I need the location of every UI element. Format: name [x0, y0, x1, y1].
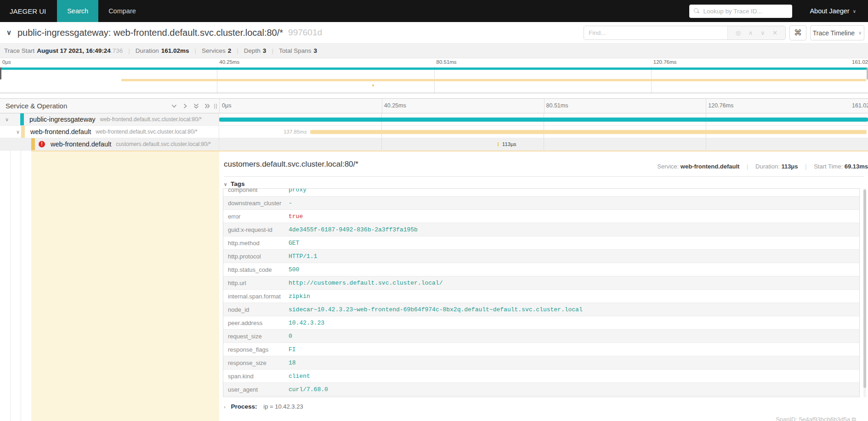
tag-key: peer.address [223, 320, 289, 326]
span-duration-label: 137.85ms [284, 129, 307, 135]
tag-value: 0 [289, 333, 292, 340]
column-resizer-handle[interactable] [214, 104, 217, 109]
expand-one-icon[interactable] [182, 103, 188, 109]
collapse-children-chevron-icon[interactable]: ∨ [15, 129, 21, 135]
tab-compare[interactable]: Compare [98, 0, 146, 22]
tag-row: response_size18 [223, 356, 859, 370]
collapse-one-icon[interactable] [171, 103, 177, 109]
span-timeline-cell[interactable]: 137.85ms [219, 126, 868, 138]
tick-label: 0μs [2, 59, 11, 65]
app-brand: JAEGER UI [0, 7, 57, 15]
service-operation-header: Service & Operation [6, 102, 67, 110]
start-time-label: Start Time: [814, 163, 843, 170]
timeline-gridline [382, 99, 382, 113]
span-name-cell[interactable]: ! web-frontend.default customers.default… [0, 138, 219, 150]
about-jaeger-label: About Jaeger [810, 7, 849, 15]
tag-key: internal.span.format [223, 293, 289, 300]
find-in-trace-group: ◎ ∧ ∨ ✕ [584, 26, 786, 40]
tags-section-label: Tags [231, 180, 245, 187]
minimap-canvas[interactable] [0, 67, 868, 93]
span-name-cell[interactable]: ∨ public-ingressgateway web-frontend.def… [0, 113, 219, 125]
tag-row: http.urlhttp://customers.default.svc.clu… [223, 276, 859, 290]
span-bar[interactable] [219, 118, 868, 122]
find-next-icon[interactable]: ∨ [760, 29, 765, 36]
tag-row: componentproxy [223, 188, 859, 196]
tag-value: HTTP/1.1 [289, 253, 317, 260]
tag-row: user_agentcurl/7.68.0 [223, 383, 859, 396]
service-name: web-frontend.default [51, 140, 111, 148]
tag-key: request_size [223, 333, 289, 340]
detail-scrollbar-track[interactable] [863, 188, 866, 397]
span-detail-summary: Service: web-frontend.default | Duration… [657, 163, 868, 170]
trace-id-lookup-placeholder: Lookup by Trace ID... [703, 8, 762, 15]
duration-label: Duration: [755, 163, 780, 170]
tag-value: 10.42.3.23 [289, 320, 324, 326]
tag-row: request_size0 [223, 330, 859, 343]
tag-row: guid:x-request-id4de3455f-6187-9492-836b… [223, 223, 859, 236]
shortcuts-button[interactable]: ⌘ [789, 25, 806, 40]
trace-id-lookup-input[interactable]: Lookup by Trace ID... [689, 5, 792, 18]
duration-value: 161.02ms [161, 47, 189, 54]
trace-start-fraction: .736 [111, 47, 123, 54]
trace-view-selector[interactable]: Trace Timeline ∨ [810, 25, 864, 40]
span-timeline-cell[interactable]: 113μs [219, 138, 868, 150]
trace-id-short: 997601d [288, 28, 322, 38]
tags-section-toggle[interactable]: ∨ Tags [224, 180, 245, 187]
service-color-stripe [20, 113, 24, 125]
tab-search[interactable]: Search [57, 0, 98, 22]
find-controls: ◎ ∧ ∨ ✕ [727, 26, 785, 39]
minimap-left-scrubber[interactable] [0, 67, 1, 79]
separator: | [237, 47, 238, 54]
tag-key: http.method [223, 240, 289, 247]
collapse-trace-chevron-icon[interactable]: ∨ [6, 28, 11, 37]
tick-label: 161.02ms [852, 59, 868, 65]
selected-span-indent-block [31, 152, 219, 421]
find-clear-icon[interactable]: ✕ [772, 29, 777, 36]
expand-all-icon[interactable] [204, 103, 210, 109]
tag-value: true [289, 213, 303, 220]
detail-scrollbar-thumb[interactable] [863, 190, 866, 388]
tags-table: componentproxydownstream_cluster-errortr… [223, 188, 860, 397]
tag-key: http.url [223, 280, 289, 286]
start-time-value: 69.13ms [845, 163, 868, 170]
span-name-cell[interactable]: ∨ web-frontend.default web-frontend.defa… [0, 126, 219, 138]
timeline-gridline [706, 99, 706, 113]
tag-value: sidecar~10.42.3.23~web-frontend-69b64f97… [289, 306, 583, 313]
find-input[interactable] [584, 26, 727, 39]
tag-value: 18 [289, 359, 296, 366]
span-row[interactable]: ∨ public-ingressgateway web-frontend.def… [0, 113, 868, 126]
tag-row: downstream_cluster- [223, 196, 859, 210]
tag-key: component [223, 188, 289, 193]
span-bar[interactable] [498, 142, 499, 146]
span-row[interactable]: 137.85ms ∨ web-frontend.default web-fron… [0, 126, 868, 138]
tick-label: 120.76ms [653, 59, 677, 65]
copy-icon[interactable]: ⧉ [852, 416, 856, 421]
error-icon: ! [39, 141, 45, 147]
tag-value: 500 [289, 266, 299, 273]
about-jaeger-menu[interactable]: About Jaeger ∨ [810, 7, 856, 15]
collapse-all-icon[interactable] [193, 103, 199, 109]
find-locate-icon[interactable]: ◎ [736, 29, 741, 36]
collapse-children-chevron-icon[interactable]: ∨ [4, 117, 10, 123]
tree-guide-line [10, 151, 11, 421]
tag-row: http.status_code500 [223, 263, 859, 276]
span-row-selected[interactable]: 113μs ! web-frontend.default customers.d… [0, 138, 868, 151]
separator: | [272, 47, 273, 54]
timeline-gridline [544, 99, 545, 113]
process-section-toggle[interactable]: › Process: ip = 10.42.3.23 [224, 403, 303, 410]
separator: | [128, 47, 130, 54]
minimap-tick-labels: 0μs40.25ms80.51ms120.76ms161.02ms [0, 58, 868, 67]
find-prev-icon[interactable]: ∧ [749, 29, 753, 36]
detail-divider [224, 176, 864, 177]
tag-key: user_agent [223, 386, 289, 393]
tag-value: FI [289, 346, 296, 353]
timeline-header-icons [171, 103, 210, 109]
tag-key: response_size [223, 359, 289, 366]
tick-label: 80.51ms [546, 102, 568, 109]
tag-key: span.kind [223, 373, 289, 380]
span-timeline-cell[interactable] [219, 113, 868, 125]
span-bar[interactable] [310, 130, 867, 134]
tag-row: span.kindclient [223, 370, 859, 383]
tag-value: - [289, 200, 292, 207]
operation-name: customers.default.svc.cluster.local:80/* [116, 141, 211, 147]
